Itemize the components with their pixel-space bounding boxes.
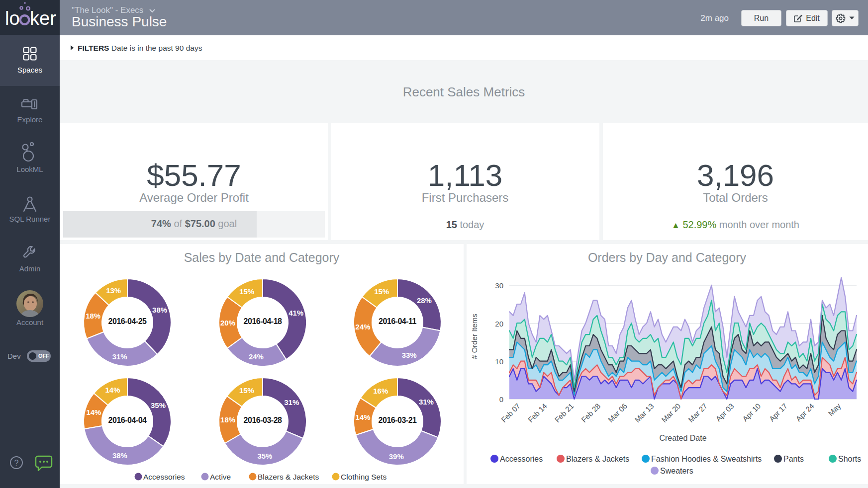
svg-text:ker: ker [30, 8, 56, 29]
svg-text:13%: 13% [106, 286, 121, 295]
svg-text:Feb 14: Feb 14 [526, 402, 549, 424]
svg-text:Created Date: Created Date [659, 434, 706, 442]
svg-text:20%: 20% [220, 319, 235, 327]
svg-text:# Order Items: # Order Items [470, 314, 479, 359]
svg-text:Clothing Sets: Clothing Sets [341, 473, 386, 481]
svg-text:14%: 14% [105, 386, 120, 394]
svg-text:Sweaters: Sweaters [660, 467, 693, 475]
svg-text:Active: Active [210, 473, 231, 481]
svg-text:14%: 14% [86, 408, 101, 416]
svg-text:Accessories: Accessories [143, 473, 185, 481]
svg-text:Feb 21: Feb 21 [553, 402, 575, 424]
svg-text:2016-03-21: 2016-03-21 [379, 416, 417, 424]
svg-text:2016-04-18: 2016-04-18 [244, 317, 282, 325]
svg-text:Fashion Hoodies & Sweatshirts: Fashion Hoodies & Sweatshirts [651, 455, 762, 463]
svg-text:Apr 10: Apr 10 [741, 402, 762, 423]
svg-text:18%: 18% [86, 312, 100, 320]
svg-text:10: 10 [495, 357, 503, 366]
svg-text:Accessories: Accessories [500, 455, 543, 463]
svg-text:15%: 15% [239, 287, 254, 296]
svg-text:18%: 18% [220, 415, 235, 424]
svg-text:31%: 31% [112, 352, 127, 361]
svg-text:30: 30 [495, 281, 503, 290]
svg-text:Mar 13: Mar 13 [633, 402, 656, 424]
svg-text:24%: 24% [356, 323, 371, 331]
svg-text:Shorts: Shorts [838, 455, 861, 463]
svg-text:16%: 16% [373, 387, 388, 395]
svg-text:33%: 33% [402, 351, 417, 359]
svg-text:15%: 15% [239, 386, 254, 395]
svg-text:Mar 06: Mar 06 [606, 402, 629, 424]
svg-text:Feb 07: Feb 07 [499, 402, 522, 424]
svg-text:Blazers & Jackets: Blazers & Jackets [566, 455, 629, 463]
svg-text:31%: 31% [419, 398, 434, 406]
svg-text:Mar 27: Mar 27 [686, 402, 709, 424]
svg-text:35%: 35% [257, 452, 272, 460]
svg-text:24%: 24% [249, 352, 264, 361]
svg-text:Apr 03: Apr 03 [714, 402, 735, 423]
svg-text:0: 0 [499, 395, 503, 404]
svg-text:Orders by Day and Category: Orders by Day and Category [588, 250, 747, 264]
svg-text:Pants: Pants [783, 455, 804, 463]
svg-text:39%: 39% [389, 452, 404, 461]
svg-text:38%: 38% [112, 451, 127, 460]
svg-text:20: 20 [495, 320, 503, 328]
svg-text:Sales by Date and Category: Sales by Date and Category [184, 250, 340, 264]
svg-text:14%: 14% [356, 413, 371, 421]
svg-text:2016-04-04: 2016-04-04 [108, 416, 147, 424]
svg-text:41%: 41% [289, 309, 303, 317]
svg-text:2016-04-11: 2016-04-11 [379, 317, 417, 325]
svg-text:May: May [826, 402, 842, 417]
svg-text:28%: 28% [417, 296, 432, 305]
svg-text:Mar 20: Mar 20 [660, 402, 682, 424]
svg-text:Blazers & Jackets: Blazers & Jackets [258, 473, 319, 481]
svg-text:Apr 17: Apr 17 [768, 402, 789, 423]
svg-text:31%: 31% [284, 398, 299, 407]
svg-text:38%: 38% [152, 306, 167, 314]
svg-text:15%: 15% [374, 287, 389, 296]
svg-text:2016-03-28: 2016-03-28 [244, 416, 282, 424]
svg-text:2016-04-25: 2016-04-25 [108, 317, 147, 325]
svg-text:Feb 28: Feb 28 [579, 402, 602, 424]
svg-text:lo: lo [5, 8, 20, 29]
svg-text:Apr 24: Apr 24 [794, 402, 815, 423]
svg-text:35%: 35% [151, 401, 166, 409]
